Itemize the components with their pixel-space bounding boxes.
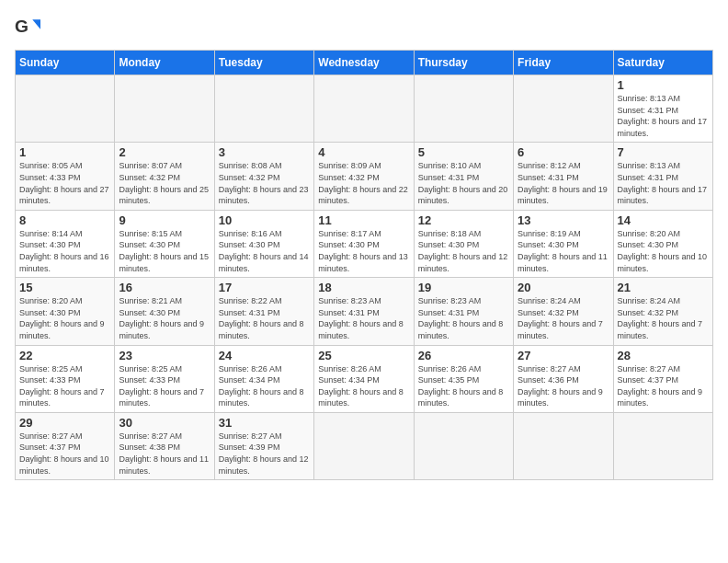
day-info: Sunrise: 8:27 AMSunset: 4:37 PMDaylight:… (618, 363, 709, 409)
day-number: 22 (19, 349, 110, 362)
calendar-week-3: 8Sunrise: 8:14 AMSunset: 4:30 PMDaylight… (16, 210, 713, 277)
calendar-cell: 22Sunrise: 8:25 AMSunset: 4:33 PMDayligh… (16, 345, 115, 412)
calendar-cell: 12Sunrise: 8:18 AMSunset: 4:30 PMDayligh… (414, 210, 513, 277)
logo-icon: G (15, 15, 40, 40)
day-number: 21 (618, 281, 709, 294)
calendar-cell: 28Sunrise: 8:27 AMSunset: 4:37 PMDayligh… (613, 345, 712, 412)
day-number: 16 (119, 281, 210, 294)
day-info: Sunrise: 8:20 AMSunset: 4:30 PMDaylight:… (618, 228, 709, 274)
day-number: 17 (219, 281, 310, 294)
day-number: 14 (618, 213, 709, 227)
day-number: 2 (119, 145, 210, 159)
day-number: 19 (418, 281, 509, 294)
day-info: Sunrise: 8:25 AMSunset: 4:33 PMDaylight:… (119, 363, 210, 409)
calendar-cell: 17Sunrise: 8:22 AMSunset: 4:31 PMDayligh… (214, 278, 313, 345)
svg-marker-1 (32, 19, 40, 29)
calendar-cell: 26Sunrise: 8:26 AMSunset: 4:35 PMDayligh… (414, 345, 513, 412)
calendar-cell: 14Sunrise: 8:20 AMSunset: 4:30 PMDayligh… (613, 210, 712, 277)
day-info: Sunrise: 8:13 AMSunset: 4:31 PMDaylight:… (618, 93, 709, 139)
calendar-cell: 1Sunrise: 8:05 AMSunset: 4:33 PMDaylight… (16, 143, 115, 210)
calendar-cell: 10Sunrise: 8:16 AMSunset: 4:30 PMDayligh… (214, 210, 313, 277)
header-thursday: Thursday (414, 51, 513, 75)
day-info: Sunrise: 8:26 AMSunset: 4:35 PMDaylight:… (418, 363, 509, 409)
day-number: 31 (219, 416, 310, 430)
header-friday: Friday (514, 51, 613, 75)
day-info: Sunrise: 8:25 AMSunset: 4:33 PMDaylight:… (19, 363, 110, 409)
calendar-cell (115, 75, 214, 143)
header-tuesday: Tuesday (214, 51, 313, 75)
calendar-week-1: 1Sunrise: 8:13 AMSunset: 4:31 PMDaylight… (16, 75, 713, 143)
day-number: 11 (318, 213, 409, 227)
day-number: 24 (219, 349, 310, 362)
day-number: 29 (19, 416, 110, 430)
calendar-cell: 11Sunrise: 8:17 AMSunset: 4:30 PMDayligh… (314, 210, 414, 277)
day-info: Sunrise: 8:05 AMSunset: 4:33 PMDaylight:… (19, 160, 110, 206)
day-number: 9 (119, 213, 210, 227)
day-info: Sunrise: 8:10 AMSunset: 4:31 PMDaylight:… (418, 160, 509, 206)
day-info: Sunrise: 8:26 AMSunset: 4:34 PMDaylight:… (318, 363, 409, 409)
calendar-header-row: SundayMondayTuesdayWednesdayThursdayFrid… (16, 51, 713, 75)
day-info: Sunrise: 8:14 AMSunset: 4:30 PMDaylight:… (19, 228, 110, 274)
day-info: Sunrise: 8:24 AMSunset: 4:32 PMDaylight:… (518, 295, 609, 341)
calendar-cell: 8Sunrise: 8:14 AMSunset: 4:30 PMDaylight… (16, 210, 115, 277)
day-info: Sunrise: 8:24 AMSunset: 4:32 PMDaylight:… (618, 295, 709, 341)
calendar-cell (414, 412, 513, 479)
calendar-cell: 2Sunrise: 8:07 AMSunset: 4:32 PMDaylight… (115, 143, 214, 210)
day-info: Sunrise: 8:26 AMSunset: 4:34 PMDaylight:… (219, 363, 310, 409)
calendar-cell (16, 75, 115, 143)
day-number: 3 (219, 145, 310, 159)
day-number: 15 (19, 281, 110, 294)
calendar-cell (514, 412, 613, 479)
calendar-cell: 21Sunrise: 8:24 AMSunset: 4:32 PMDayligh… (613, 278, 712, 345)
header-wednesday: Wednesday (314, 51, 414, 75)
day-number: 7 (618, 145, 709, 159)
day-number: 30 (119, 416, 210, 430)
day-info: Sunrise: 8:08 AMSunset: 4:32 PMDaylight:… (219, 160, 310, 206)
calendar-cell: 18Sunrise: 8:23 AMSunset: 4:31 PMDayligh… (314, 278, 414, 345)
calendar-cell: 23Sunrise: 8:25 AMSunset: 4:33 PMDayligh… (115, 345, 214, 412)
calendar-week-4: 15Sunrise: 8:20 AMSunset: 4:30 PMDayligh… (16, 278, 713, 345)
day-info: Sunrise: 8:13 AMSunset: 4:31 PMDaylight:… (618, 160, 709, 206)
day-number: 1 (618, 78, 709, 92)
calendar-cell (514, 75, 613, 143)
logo: G (15, 15, 44, 40)
header-sunday: Sunday (16, 51, 115, 75)
day-info: Sunrise: 8:17 AMSunset: 4:30 PMDaylight:… (318, 228, 409, 274)
day-number: 6 (518, 145, 609, 159)
day-info: Sunrise: 8:23 AMSunset: 4:31 PMDaylight:… (418, 295, 509, 341)
calendar-week-2: 1Sunrise: 8:05 AMSunset: 4:33 PMDaylight… (16, 143, 713, 210)
day-number: 13 (518, 213, 609, 227)
day-number: 1 (19, 145, 110, 159)
day-number: 5 (418, 145, 509, 159)
calendar-cell (613, 412, 712, 479)
day-info: Sunrise: 8:27 AMSunset: 4:39 PMDaylight:… (219, 431, 310, 477)
calendar-cell: 6Sunrise: 8:12 AMSunset: 4:31 PMDaylight… (514, 143, 613, 210)
header-monday: Monday (115, 51, 214, 75)
calendar-cell: 9Sunrise: 8:15 AMSunset: 4:30 PMDaylight… (115, 210, 214, 277)
day-number: 27 (518, 349, 609, 362)
calendar-cell: 24Sunrise: 8:26 AMSunset: 4:34 PMDayligh… (214, 345, 313, 412)
day-number: 25 (318, 349, 409, 362)
day-info: Sunrise: 8:23 AMSunset: 4:31 PMDaylight:… (318, 295, 409, 341)
day-info: Sunrise: 8:16 AMSunset: 4:30 PMDaylight:… (219, 228, 310, 274)
calendar-cell: 15Sunrise: 8:20 AMSunset: 4:30 PMDayligh… (16, 278, 115, 345)
day-number: 8 (19, 213, 110, 227)
calendar-table: SundayMondayTuesdayWednesdayThursdayFrid… (15, 50, 713, 480)
day-info: Sunrise: 8:27 AMSunset: 4:38 PMDaylight:… (119, 431, 210, 477)
day-info: Sunrise: 8:15 AMSunset: 4:30 PMDaylight:… (119, 228, 210, 274)
calendar-cell (314, 75, 414, 143)
day-info: Sunrise: 8:21 AMSunset: 4:30 PMDaylight:… (119, 295, 210, 341)
day-number: 23 (119, 349, 210, 362)
day-info: Sunrise: 8:22 AMSunset: 4:31 PMDaylight:… (219, 295, 310, 341)
day-info: Sunrise: 8:09 AMSunset: 4:32 PMDaylight:… (318, 160, 409, 206)
day-info: Sunrise: 8:19 AMSunset: 4:30 PMDaylight:… (518, 228, 609, 274)
calendar-cell (214, 75, 313, 143)
calendar-week-5: 22Sunrise: 8:25 AMSunset: 4:33 PMDayligh… (16, 345, 713, 412)
day-number: 4 (318, 145, 409, 159)
calendar-cell: 3Sunrise: 8:08 AMSunset: 4:32 PMDaylight… (214, 143, 313, 210)
calendar-cell: 25Sunrise: 8:26 AMSunset: 4:34 PMDayligh… (314, 345, 414, 412)
calendar-cell: 30Sunrise: 8:27 AMSunset: 4:38 PMDayligh… (115, 412, 214, 479)
calendar-cell: 13Sunrise: 8:19 AMSunset: 4:30 PMDayligh… (514, 210, 613, 277)
calendar-cell: 5Sunrise: 8:10 AMSunset: 4:31 PMDaylight… (414, 143, 513, 210)
calendar-cell: 31Sunrise: 8:27 AMSunset: 4:39 PMDayligh… (214, 412, 313, 479)
